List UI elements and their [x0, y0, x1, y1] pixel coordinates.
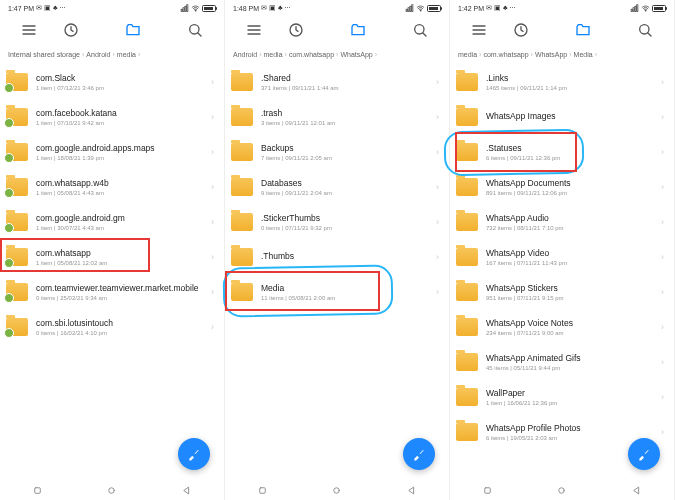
list-item[interactable]: Databases 9 items | 09/11/21 2:04 am ›: [225, 169, 449, 204]
list-item[interactable]: WhatsApp Animated Gifs 45 items | 05/11/…: [450, 344, 674, 379]
folder-icon[interactable]: [337, 22, 379, 38]
nav-home[interactable]: [106, 482, 117, 500]
item-meta: 891 items | 09/11/21 12:06 pm: [486, 190, 661, 196]
breadcrumb-item[interactable]: com.whatsapp: [483, 51, 528, 58]
folder-icon: [456, 248, 478, 266]
item-meta: 1 item | 07/12/21 3:46 pm: [36, 85, 211, 91]
chevron-right-icon: ›: [661, 112, 664, 122]
svg-point-39: [334, 488, 340, 494]
folder-icon: [231, 283, 253, 301]
search-icon[interactable]: [174, 22, 216, 38]
item-name: com.sbi.lotusintouch: [36, 318, 211, 328]
item-meta: 45 items | 05/11/21 9:44 pm: [486, 365, 661, 371]
item-meta: 167 items | 07/11/21 11:43 pm: [486, 260, 661, 266]
list-item[interactable]: com.sbi.lotusintouch 0 items | 16/02/21 …: [0, 309, 224, 344]
item-meta: 1 item | 07/10/21 9:42 am: [36, 120, 211, 126]
svg-rect-43: [637, 4, 638, 11]
breadcrumb-item[interactable]: com.whatsapp: [289, 51, 334, 58]
item-name: .Statuses: [486, 143, 661, 153]
chevron-right-icon: ›: [661, 427, 664, 437]
item-name: .StickerThumbs: [261, 213, 436, 223]
nav-home[interactable]: [331, 482, 342, 500]
folder-icon[interactable]: [112, 22, 154, 38]
breadcrumb-item[interactable]: Android: [233, 51, 257, 58]
list-item[interactable]: WhatsApp Voice Notes 234 items | 07/11/2…: [450, 309, 674, 344]
svg-line-30: [423, 33, 426, 36]
item-name: WhatsApp Audio: [486, 213, 661, 223]
nav-recent[interactable]: [257, 482, 268, 500]
list-item[interactable]: WallPaper 1 item | 16/06/21 12:36 pm ›: [450, 379, 674, 414]
search-icon[interactable]: [399, 22, 441, 38]
list-item[interactable]: .trash 3 items | 09/11/21 12:01 am ›: [225, 99, 449, 134]
folder-icon: [6, 73, 28, 91]
item-meta: 1 item | 16/06/21 12:36 pm: [486, 400, 661, 406]
folder-icon[interactable]: [562, 22, 604, 38]
toolbar: [0, 16, 224, 44]
breadcrumb[interactable]: Internal shared storage›Android›media›: [0, 44, 224, 64]
svg-rect-22: [410, 6, 411, 11]
menu-icon[interactable]: [233, 22, 275, 38]
svg-rect-21: [408, 7, 409, 11]
nav-back[interactable]: [406, 482, 417, 500]
nav-recent[interactable]: [482, 482, 493, 500]
breadcrumb-item[interactable]: WhatsApp: [535, 51, 567, 58]
list-item[interactable]: WhatsApp Stickers 951 items | 07/11/21 9…: [450, 274, 674, 309]
breadcrumb-item[interactable]: media: [117, 51, 136, 58]
list-item[interactable]: .Thumbs ›: [225, 239, 449, 274]
nav-back[interactable]: [181, 482, 192, 500]
list-item[interactable]: com.teamviewer.teamviewer.market.mobile …: [0, 274, 224, 309]
status-time: 1:42 PM: [458, 5, 484, 12]
nav-back[interactable]: [631, 482, 642, 500]
clean-fab[interactable]: [403, 438, 435, 470]
svg-rect-18: [35, 488, 41, 494]
list-item[interactable]: WhatsApp Documents 891 items | 09/11/21 …: [450, 169, 674, 204]
menu-icon[interactable]: [8, 22, 50, 38]
list-item[interactable]: WhatsApp Video 167 items | 07/11/21 11:4…: [450, 239, 674, 274]
breadcrumb[interactable]: Android›media›com.whatsapp›WhatsApp›: [225, 44, 449, 64]
folder-icon: [231, 248, 253, 266]
list-item[interactable]: com.facebook.katana 1 item | 07/10/21 9:…: [0, 99, 224, 134]
list-item[interactable]: Backups 7 items | 09/11/21 2:05 am ›: [225, 134, 449, 169]
history-icon[interactable]: [275, 22, 317, 38]
list-item[interactable]: com.whatsapp.w4b 1 item | 05/08/21 4:43 …: [0, 169, 224, 204]
list-item[interactable]: .Links 1465 items | 09/11/21 1:14 pm ›: [450, 64, 674, 99]
breadcrumb[interactable]: media›com.whatsapp›WhatsApp›Media›: [450, 44, 674, 64]
item-meta: 234 items | 07/11/21 9:00 am: [486, 330, 661, 336]
search-icon[interactable]: [624, 22, 666, 38]
nav-home[interactable]: [556, 482, 567, 500]
chevron-right-icon: ›: [436, 77, 439, 87]
breadcrumb-item[interactable]: Media: [574, 51, 593, 58]
item-name: Backups: [261, 143, 436, 153]
list-item[interactable]: Media 11 items | 05/08/21 2:00 am ›: [225, 274, 449, 309]
list-item[interactable]: com.whatsapp 1 item | 05/08/21 12:02 am …: [0, 239, 224, 274]
history-icon[interactable]: [500, 22, 542, 38]
breadcrumb-item[interactable]: media: [458, 51, 477, 58]
breadcrumb-item[interactable]: Android: [86, 51, 110, 58]
item-name: com.google.android.apps.maps: [36, 143, 211, 153]
breadcrumb-item[interactable]: WhatsApp: [340, 51, 372, 58]
breadcrumb-item[interactable]: Internal shared storage: [8, 51, 80, 58]
list-item[interactable]: com.google.android.apps.maps 1 item | 18…: [0, 134, 224, 169]
clean-fab[interactable]: [178, 438, 210, 470]
chevron-right-icon: ›: [661, 182, 664, 192]
status-time: 1:47 PM: [8, 5, 34, 12]
list-item[interactable]: WhatsApp Images ›: [450, 99, 674, 134]
menu-icon[interactable]: [458, 22, 500, 38]
nav-recent[interactable]: [32, 482, 43, 500]
list-item[interactable]: com.google.android.gm 1 item | 30/07/21 …: [0, 204, 224, 239]
file-list: com.Slack 1 item | 07/12/21 3:46 pm › co…: [0, 64, 224, 482]
list-item[interactable]: com.Slack 1 item | 07/12/21 3:46 pm ›: [0, 64, 224, 99]
list-item[interactable]: .StickerThumbs 0 items | 07/11/21 9:32 p…: [225, 204, 449, 239]
list-item[interactable]: .Statuses 6 items | 09/11/21 12:36 pm ›: [450, 134, 674, 169]
chevron-right-icon: ›: [211, 147, 214, 157]
svg-rect-42: [635, 6, 636, 11]
list-item[interactable]: WhatsApp Audio 732 items | 08/11/21 7:10…: [450, 204, 674, 239]
folder-icon: [456, 283, 478, 301]
list-item[interactable]: .Shared 371 items | 09/11/21 1:44 am ›: [225, 64, 449, 99]
svg-rect-58: [485, 488, 491, 494]
svg-point-4: [195, 10, 196, 11]
folder-icon: [6, 318, 28, 336]
breadcrumb-item[interactable]: media: [263, 51, 282, 58]
history-icon[interactable]: [50, 22, 92, 38]
clean-fab[interactable]: [628, 438, 660, 470]
